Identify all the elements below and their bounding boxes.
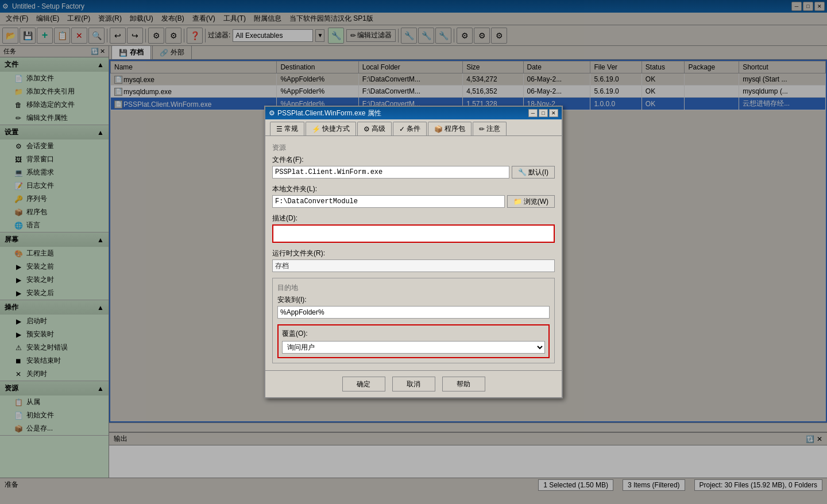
modal-maximize-btn[interactable]: □ <box>539 109 548 117</box>
modal-overlay: ⚙ PSSPlat.Client.WinForm.exe 属性 ─ □ ✕ ☰ … <box>0 0 827 504</box>
override-label: 覆盖(O): <box>282 329 545 339</box>
install-to-input[interactable] <box>277 306 550 319</box>
modal-tab-shortcut-label: 快捷方式 <box>322 124 350 134</box>
filename-group: 文件名(F): 🔧 默认(I) <box>272 155 555 179</box>
modal-tab-condition[interactable]: ✓ 条件 <box>393 122 427 135</box>
localfolder-group: 本地文件夹(L): 📁 浏览(W) <box>272 184 555 208</box>
modal-tab-notes-icon: ✏ <box>479 125 485 133</box>
ok-button[interactable]: 确定 <box>342 377 385 391</box>
install-to-group: 安装到(I): <box>277 295 550 319</box>
runtime-group: 运行时文件夹(R): <box>272 249 555 272</box>
modal-close-btn[interactable]: ✕ <box>549 109 558 117</box>
source-section-label: 资源 <box>272 143 555 153</box>
runtime-input[interactable] <box>272 259 555 272</box>
modal-footer: 确定 取消 帮助 <box>265 370 562 397</box>
modal-tab-package-icon: 📦 <box>434 125 443 133</box>
help-button[interactable]: 帮助 <box>442 377 485 391</box>
dest-section-label: 目的地 <box>277 283 550 293</box>
modal-tab-condition-icon: ✓ <box>399 125 405 133</box>
modal-title-icon: ⚙ <box>269 109 275 117</box>
modal-tab-general-icon: ☰ <box>276 125 283 133</box>
modal-tab-condition-label: 条件 <box>407 124 420 134</box>
modal-minimize-btn[interactable]: ─ <box>528 109 538 117</box>
modal-tab-advanced[interactable]: ⚙ 高级 <box>357 122 392 135</box>
cancel-button[interactable]: 取消 <box>392 377 435 391</box>
filename-input[interactable] <box>272 166 509 179</box>
modal-tab-general[interactable]: ☰ 常规 <box>270 122 304 135</box>
modal-tab-shortcut-icon: ⚡ <box>312 125 320 133</box>
modal-tab-shortcut[interactable]: ⚡ 快捷方式 <box>306 122 356 135</box>
modal-tab-notes-label: 注意 <box>486 124 500 134</box>
modal-title-text: ⚙ PSSPlat.Client.WinForm.exe 属性 <box>269 108 381 118</box>
desc-input[interactable] <box>272 224 555 243</box>
modal-dialog: ⚙ PSSPlat.Client.WinForm.exe 属性 ─ □ ✕ ☰ … <box>264 106 563 398</box>
install-to-label: 安装到(I): <box>277 295 550 305</box>
modal-tabs: ☰ 常规 ⚡ 快捷方式 ⚙ 高级 ✓ 条件 📦 程序包 ✏ 注意 <box>265 119 562 136</box>
desc-label: 描述(D): <box>272 214 555 223</box>
runtime-label: 运行时文件夹(R): <box>272 249 555 258</box>
localfolder-label: 本地文件夹(L): <box>272 184 555 194</box>
filename-label: 文件名(F): <box>272 155 555 165</box>
modal-tab-notes[interactable]: ✏ 注意 <box>473 122 507 135</box>
desc-group: 描述(D): <box>272 214 555 243</box>
modal-tab-advanced-icon: ⚙ <box>364 125 370 133</box>
modal-title-bar: ⚙ PSSPlat.Client.WinForm.exe 属性 ─ □ ✕ <box>265 107 562 119</box>
browse-icon: 📁 <box>513 197 522 206</box>
override-select[interactable]: 询问用户总是从不如果旧版本 <box>282 341 545 354</box>
default-button[interactable]: 🔧 默认(I) <box>512 166 555 179</box>
localfolder-row: 📁 浏览(W) <box>272 195 555 208</box>
default-label: 默认(I) <box>528 168 548 177</box>
browse-button[interactable]: 📁 浏览(W) <box>507 195 555 208</box>
modal-tab-package-label: 程序包 <box>445 124 465 134</box>
filename-row: 🔧 默认(I) <box>272 166 555 179</box>
browse-label: 浏览(W) <box>524 197 548 207</box>
override-select-row: 询问用户总是从不如果旧版本 <box>282 341 545 354</box>
dest-section: 目的地 安装到(I): 覆盖(O): 询问用户总是从不如果旧版本 <box>272 278 555 363</box>
modal-tab-package[interactable]: 📦 程序包 <box>428 122 472 135</box>
modal-tab-advanced-label: 高级 <box>372 124 385 134</box>
modal-body: 资源 文件名(F): 🔧 默认(I) 本地文件夹(L): <box>265 136 562 370</box>
localfolder-input[interactable] <box>272 195 505 208</box>
modal-title-label: PSSPlat.Client.WinForm.exe 属性 <box>277 108 381 118</box>
default-icon: 🔧 <box>518 168 527 176</box>
modal-tab-general-label: 常规 <box>284 124 298 134</box>
override-section: 覆盖(O): 询问用户总是从不如果旧版本 <box>277 324 550 358</box>
